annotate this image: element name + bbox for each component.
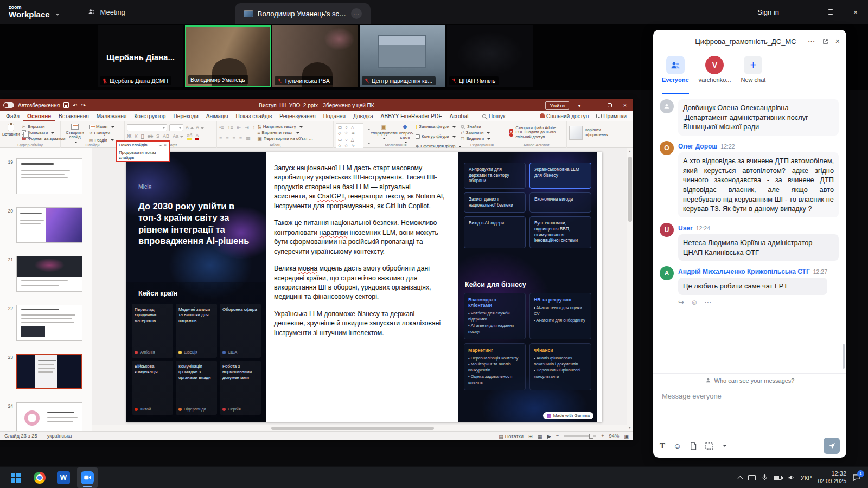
- format-text-icon[interactable]: T: [660, 441, 665, 451]
- popup-close-icon[interactable]: ×: [164, 143, 167, 147]
- text-shadow-button[interactable]: S: [156, 133, 159, 139]
- slide-thumbnail-panel[interactable]: 19 20 21 22 23 24: [0, 148, 92, 431]
- char-spacing-button[interactable]: АВ: [163, 133, 169, 139]
- tab-view[interactable]: Подання: [320, 111, 349, 121]
- reply-icon[interactable]: ↪: [678, 298, 684, 306]
- word-app-icon[interactable]: W: [53, 467, 74, 488]
- tray-expand-icon[interactable]: [737, 476, 743, 481]
- chat-more-options-icon[interactable]: ⋯: [808, 37, 815, 46]
- redo-icon[interactable]: ↷: [81, 102, 85, 108]
- popout-chat-icon[interactable]: [822, 38, 829, 45]
- tab-animations[interactable]: Анімація: [202, 111, 232, 121]
- smartart-button[interactable]: ▣Перетворити на об'єкт SmartArt: [257, 136, 314, 142]
- increase-indent-icon[interactable]: ⇥: [245, 125, 249, 130]
- tab-acrobat[interactable]: Acrobat: [446, 111, 473, 121]
- minimize-window-button[interactable]: [793, 0, 818, 24]
- bold-button[interactable]: Ж: [127, 133, 131, 139]
- participant-tile-5[interactable]: ЦНАП Ямпіль: [447, 25, 533, 87]
- share-button[interactable]: Спільний доступ: [540, 113, 589, 119]
- participant-tile-4[interactable]: Центр підвищення кв...: [360, 25, 445, 87]
- shapes-scroll-up-icon[interactable]: [367, 127, 371, 130]
- slide-sorter-icon[interactable]: ▦: [538, 433, 542, 439]
- line-spacing-icon[interactable]: ↕: [253, 125, 256, 130]
- thumbnail-23-selected[interactable]: 23: [0, 354, 92, 389]
- select-button[interactable]: ▢Виділити: [461, 136, 503, 142]
- align-center-icon[interactable]: ≡: [226, 136, 228, 141]
- normal-view-icon[interactable]: ⊞: [528, 433, 533, 439]
- workspace-chevron-icon[interactable]: [56, 14, 59, 17]
- zoom-slider[interactable]: [564, 435, 596, 437]
- clock[interactable]: 12:32 02.09.2025: [818, 470, 846, 485]
- notes-button[interactable]: ▤ Нотатки: [499, 433, 524, 439]
- chrome-app-icon[interactable]: [29, 467, 50, 488]
- close-chat-icon[interactable]: ×: [835, 37, 840, 46]
- zoom-app-icon[interactable]: [77, 467, 98, 488]
- zoom-percent[interactable]: 94%: [609, 433, 620, 439]
- horizontal-scrollbar[interactable]: [92, 425, 627, 431]
- highlight-color-button[interactable]: аб: [187, 133, 192, 140]
- design-variants-button[interactable]: Варіанти оформлення: [585, 128, 608, 137]
- tab-varchenko[interactable]: V varchenko...: [699, 56, 731, 94]
- replace-button[interactable]: ⇄Замінити: [461, 130, 503, 136]
- tab-more-options-icon[interactable]: ⋯: [351, 8, 362, 19]
- numbered-list-icon[interactable]: 1≡: [227, 125, 233, 130]
- scrollbar-thumb[interactable]: [628, 157, 632, 222]
- font-name-select[interactable]: [127, 124, 167, 131]
- find-button[interactable]: Знайти: [461, 124, 503, 130]
- undo-icon[interactable]: ↶: [73, 102, 77, 108]
- cut-button[interactable]: ✂Вирізати: [22, 124, 65, 130]
- popup-chevron-icon[interactable]: [159, 145, 162, 148]
- message-author[interactable]: User: [678, 224, 693, 232]
- copy-button[interactable]: Копіювати: [22, 130, 65, 136]
- align-right-icon[interactable]: ≡: [233, 136, 235, 141]
- tab-shared-screen[interactable]: Володимир Уманець's screen ⋯: [235, 3, 371, 24]
- justify-icon[interactable]: ≡: [239, 136, 242, 141]
- tab-draw[interactable]: Малювання: [93, 111, 131, 121]
- new-slide-button[interactable]: Створити слайд: [63, 123, 87, 144]
- paste-button[interactable]: Вставити: [2, 123, 20, 142]
- create-pdf-button[interactable]: Створити файл Adobe PDF і надати до ньог…: [516, 126, 564, 139]
- office-sign-in-button[interactable]: Увійти: [545, 101, 569, 110]
- participant-tile-2-active-speaker[interactable]: Володимир Уманець: [185, 25, 271, 87]
- scrollbar-thumb[interactable]: [271, 427, 434, 430]
- emoji-icon[interactable]: ☺: [673, 441, 681, 451]
- privacy-notice[interactable]: Who can see your messages?: [653, 373, 846, 387]
- font-color-button[interactable]: А: [195, 133, 199, 140]
- tab-abbyy[interactable]: ABBYY FineReader PDF: [377, 111, 446, 121]
- scroll-up-icon[interactable]: ▴: [629, 149, 631, 153]
- tab-meeting[interactable]: Meeting: [79, 0, 134, 24]
- autosave-toggle[interactable]: [3, 102, 14, 108]
- tab-everyone[interactable]: Everyone: [662, 56, 689, 94]
- increase-font-icon[interactable]: А: [186, 125, 194, 130]
- tab-slideshow[interactable]: Показ слайдів: [232, 111, 276, 121]
- notifications-icon[interactable]: 1: [852, 473, 860, 481]
- zoom-in-icon[interactable]: +: [601, 433, 604, 439]
- thumbnail-20[interactable]: 20: [0, 207, 92, 214]
- participant-tile-3[interactable]: Тульчинська РВА: [272, 25, 358, 87]
- message-author[interactable]: Андрій Михальченко Крижопільська СТГ: [678, 268, 810, 275]
- shape-fill-button[interactable]: Заливка фігури: [416, 124, 456, 130]
- strikethrough-button[interactable]: аб: [148, 133, 153, 139]
- send-button[interactable]: [824, 438, 840, 454]
- comments-button[interactable]: Примітки: [596, 113, 627, 119]
- battery-icon[interactable]: [774, 476, 782, 480]
- decrease-font-icon[interactable]: А: [196, 125, 204, 130]
- zoom-slider-thumb[interactable]: [589, 434, 593, 439]
- language-status[interactable]: українська: [47, 433, 72, 439]
- thumbnail-19[interactable]: 19: [0, 158, 92, 194]
- vertical-scrollbar[interactable]: ▴▾: [627, 148, 633, 431]
- tab-review[interactable]: Рецензування: [276, 111, 319, 121]
- tab-design[interactable]: Конструктор: [130, 111, 169, 121]
- sign-in-button[interactable]: Sign in: [743, 8, 793, 16]
- more-tools-chevron-icon[interactable]: [723, 445, 726, 448]
- slideshow-view-icon[interactable]: ▶: [547, 433, 551, 439]
- italic-button[interactable]: К: [135, 133, 137, 139]
- volume-icon[interactable]: [788, 474, 795, 481]
- add-reaction-icon[interactable]: ☺: [691, 298, 698, 306]
- layout-button[interactable]: Макет: [89, 124, 114, 130]
- close-window-button[interactable]: ×: [843, 0, 868, 24]
- message-author[interactable]: Олег Дорош: [678, 143, 717, 150]
- scroll-down-icon[interactable]: ▾: [629, 426, 631, 430]
- decrease-indent-icon[interactable]: ⇤: [237, 125, 241, 130]
- ppt-maximize-icon[interactable]: [605, 102, 615, 108]
